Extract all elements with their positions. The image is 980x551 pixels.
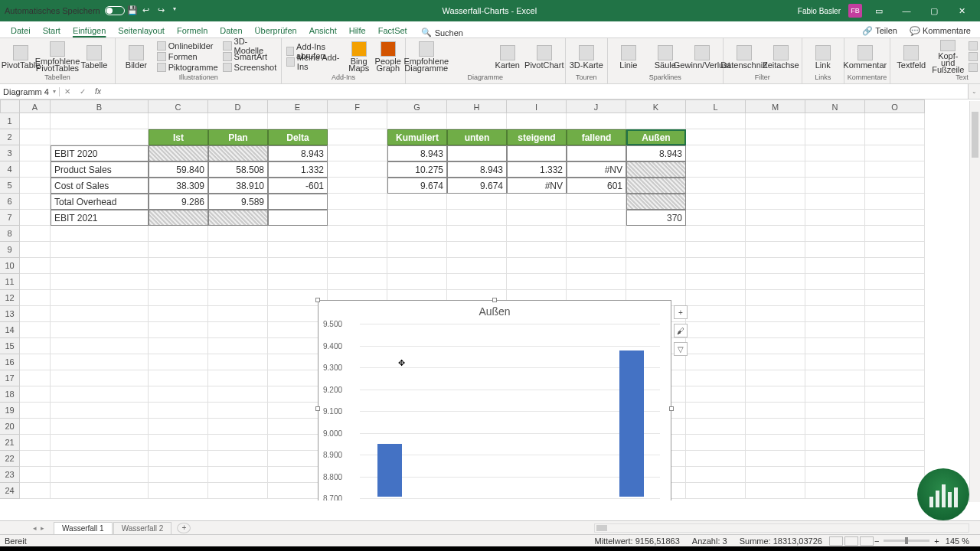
cell[interactable]: [20, 403, 51, 419]
cell[interactable]: [208, 338, 268, 354]
cell[interactable]: [686, 258, 746, 274]
row-header[interactable]: 11: [0, 274, 20, 290]
cell[interactable]: [208, 467, 268, 483]
btn-peoplegraph[interactable]: People Graph: [374, 40, 402, 73]
cell[interactable]: [268, 194, 328, 210]
cell[interactable]: [507, 210, 567, 226]
cell[interactable]: [805, 226, 865, 242]
cell[interactable]: [149, 210, 208, 226]
cell[interactable]: 8.943: [447, 161, 507, 178]
cell[interactable]: [149, 113, 208, 129]
btn-onlinebilder[interactable]: Onlinebilder: [155, 41, 220, 51]
cell[interactable]: [865, 338, 925, 354]
cell[interactable]: [328, 161, 387, 178]
row-header[interactable]: 23: [0, 467, 20, 483]
cell[interactable]: [567, 113, 626, 129]
user-badge[interactable]: FB: [848, 4, 862, 18]
cell[interactable]: [149, 274, 208, 290]
fx-icon[interactable]: fx: [90, 87, 106, 96]
worksheet-grid[interactable]: ABCDEFGHIJKLMNO 123456789101112131415161…: [0, 99, 980, 500]
btn-tabelle[interactable]: Tabelle: [77, 40, 112, 73]
cell[interactable]: [447, 113, 507, 129]
cell[interactable]: [51, 258, 149, 274]
cell[interactable]: [865, 194, 925, 210]
cell[interactable]: [567, 274, 626, 290]
cell[interactable]: [686, 178, 746, 194]
cell[interactable]: Außen: [626, 129, 686, 145]
cell[interactable]: [149, 467, 208, 483]
cell[interactable]: [51, 338, 149, 354]
cell[interactable]: unten: [447, 129, 507, 145]
cell[interactable]: [746, 435, 805, 451]
cell[interactable]: [328, 113, 387, 129]
cell[interactable]: [746, 370, 805, 386]
cell[interactable]: [20, 258, 51, 274]
cell[interactable]: [746, 483, 805, 499]
cell[interactable]: [447, 145, 507, 161]
cell[interactable]: [746, 451, 805, 467]
col-header[interactable]: I: [507, 99, 567, 113]
cell[interactable]: [686, 274, 746, 290]
cell[interactable]: [149, 145, 208, 161]
cell[interactable]: [865, 370, 925, 386]
resize-handle[interactable]: [492, 298, 497, 302]
cell[interactable]: [865, 419, 925, 435]
cell[interactable]: [746, 129, 805, 145]
cell[interactable]: [686, 194, 746, 210]
cell[interactable]: [865, 483, 925, 499]
cell[interactable]: [51, 403, 149, 419]
cell[interactable]: [686, 435, 746, 451]
cell[interactable]: [208, 290, 268, 306]
cell[interactable]: [20, 354, 51, 370]
cell[interactable]: [746, 354, 805, 370]
cell[interactable]: [51, 274, 149, 290]
cell[interactable]: [20, 483, 51, 499]
cell[interactable]: [686, 226, 746, 242]
cell[interactable]: [149, 451, 208, 467]
cell[interactable]: [865, 274, 925, 290]
cell[interactable]: [507, 242, 567, 258]
resize-handle[interactable]: [669, 406, 674, 411]
cell[interactable]: [328, 226, 387, 242]
cell[interactable]: [51, 242, 149, 258]
cell[interactable]: [268, 258, 328, 274]
cell[interactable]: [51, 354, 149, 370]
row-header[interactable]: 15: [0, 338, 20, 354]
col-header[interactable]: H: [447, 99, 507, 113]
cell[interactable]: [746, 403, 805, 419]
cell[interactable]: [51, 451, 149, 467]
cell[interactable]: [51, 113, 149, 129]
col-header[interactable]: C: [149, 99, 208, 113]
tab-daten[interactable]: Daten: [214, 24, 248, 37]
cell[interactable]: [208, 386, 268, 403]
row-header[interactable]: 18: [0, 386, 20, 403]
cell[interactable]: [805, 386, 865, 403]
cell[interactable]: [865, 467, 925, 483]
cell[interactable]: [805, 435, 865, 451]
cell[interactable]: [626, 242, 686, 258]
cell[interactable]: [51, 386, 149, 403]
cell[interactable]: 9.674: [447, 178, 507, 194]
col-header[interactable]: G: [387, 99, 447, 113]
cell[interactable]: [447, 226, 507, 242]
cell[interactable]: [51, 419, 149, 435]
cell[interactable]: [149, 226, 208, 242]
cell[interactable]: [328, 129, 387, 145]
comments-button[interactable]: 💬 Kommentare: [905, 24, 975, 37]
cell[interactable]: [328, 178, 387, 194]
sheet-tab-1[interactable]: Wasserfall 1: [54, 522, 113, 534]
cell[interactable]: [328, 194, 387, 210]
cell[interactable]: 370: [626, 210, 686, 226]
cell[interactable]: [447, 210, 507, 226]
cell[interactable]: [746, 386, 805, 403]
cell[interactable]: [805, 161, 865, 178]
cell[interactable]: 9.589: [208, 194, 268, 210]
cell[interactable]: [51, 370, 149, 386]
cell[interactable]: [20, 242, 51, 258]
cell[interactable]: [149, 483, 208, 499]
cell[interactable]: [208, 403, 268, 419]
cell[interactable]: [805, 242, 865, 258]
col-header[interactable]: E: [268, 99, 328, 113]
cell[interactable]: [328, 274, 387, 290]
cell[interactable]: [805, 178, 865, 194]
